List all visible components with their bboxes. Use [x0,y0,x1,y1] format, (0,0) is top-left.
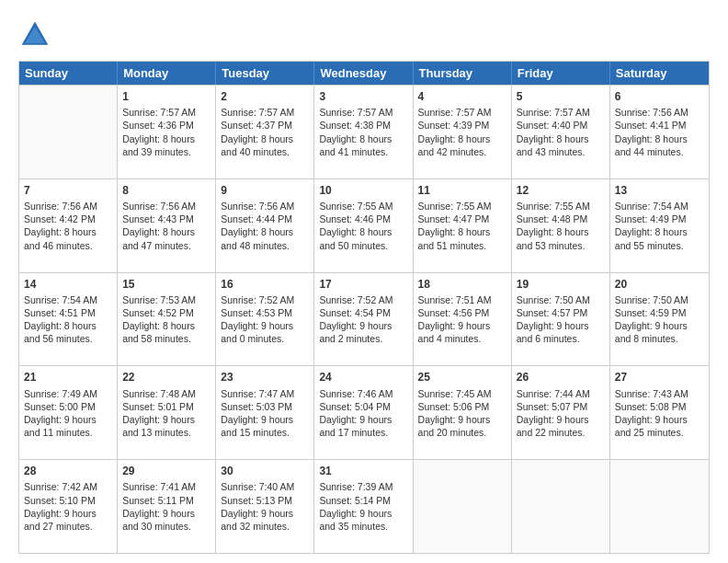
sunrise-text: Sunrise: 7:50 AM [615,294,688,305]
daylight-text: Daylight: 9 hours and 6 minutes. [517,320,589,344]
sunrise-text: Sunrise: 7:46 AM [319,388,392,399]
day-number: 6 [615,89,704,104]
day-number: 2 [221,89,309,104]
day-number: 1 [122,89,210,104]
day-cell-11: 11Sunrise: 7:55 AMSunset: 4:47 PMDayligh… [414,179,512,272]
sunset-text: Sunset: 4:48 PM [517,213,588,224]
logo [18,18,57,52]
header-day-tuesday: Tuesday [216,62,314,85]
daylight-text: Daylight: 9 hours and 35 minutes. [319,508,392,532]
sunrise-text: Sunrise: 7:57 AM [418,107,492,118]
sunrise-text: Sunrise: 7:48 AM [122,388,196,399]
daylight-text: Daylight: 8 hours and 53 minutes. [517,226,589,250]
week-row-5: 28Sunrise: 7:42 AMSunset: 5:10 PMDayligh… [19,459,709,553]
sunset-text: Sunset: 4:36 PM [122,120,194,131]
header-day-monday: Monday [118,62,216,85]
sunset-text: Sunset: 4:44 PM [221,213,292,224]
sunrise-text: Sunrise: 7:43 AM [615,388,688,399]
daylight-text: Daylight: 9 hours and 2 minutes. [319,320,392,344]
day-number: 13 [615,183,704,198]
sunrise-text: Sunrise: 7:52 AM [221,294,294,305]
day-cell-1: 1Sunrise: 7:57 AMSunset: 4:36 PMDaylight… [118,86,216,178]
daylight-text: Daylight: 8 hours and 51 minutes. [418,226,491,250]
day-number: 29 [122,464,210,478]
sunrise-text: Sunrise: 7:51 AM [418,294,492,305]
sunrise-text: Sunrise: 7:54 AM [615,201,688,212]
daylight-text: Daylight: 9 hours and 11 minutes. [24,414,97,438]
daylight-text: Daylight: 9 hours and 13 minutes. [122,414,195,438]
day-cell-22: 22Sunrise: 7:48 AMSunset: 5:01 PMDayligh… [118,366,216,459]
daylight-text: Daylight: 9 hours and 27 minutes. [24,508,97,532]
sunrise-text: Sunrise: 7:52 AM [319,294,392,305]
sunrise-text: Sunrise: 7:47 AM [221,388,294,399]
daylight-text: Daylight: 8 hours and 48 minutes. [221,226,293,250]
day-cell-17: 17Sunrise: 7:52 AMSunset: 4:54 PMDayligh… [314,273,413,366]
day-number: 5 [517,89,605,104]
daylight-text: Daylight: 8 hours and 47 minutes. [122,226,195,250]
sunset-text: Sunset: 4:51 PM [24,307,96,318]
sunset-text: Sunset: 4:56 PM [418,307,490,318]
day-cell-13: 13Sunrise: 7:54 AMSunset: 4:49 PMDayligh… [610,179,709,272]
day-number: 30 [221,464,309,478]
header [18,18,710,52]
header-day-friday: Friday [512,62,610,85]
day-number: 19 [517,277,605,292]
day-number: 12 [517,183,605,198]
week-row-3: 14Sunrise: 7:54 AMSunset: 4:51 PMDayligh… [19,272,709,366]
day-number: 23 [221,370,309,385]
daylight-text: Daylight: 9 hours and 32 minutes. [221,508,293,532]
sunset-text: Sunset: 4:40 PM [517,120,588,131]
day-number: 25 [418,370,506,385]
sunset-text: Sunset: 4:41 PM [615,120,687,131]
day-number: 22 [122,370,210,385]
day-number: 26 [517,370,605,385]
day-cell-10: 10Sunrise: 7:55 AMSunset: 4:46 PMDayligh… [314,179,413,272]
daylight-text: Daylight: 8 hours and 56 minutes. [24,320,97,344]
day-cell-18: 18Sunrise: 7:51 AMSunset: 4:56 PMDayligh… [414,273,512,366]
sunset-text: Sunset: 4:43 PM [122,213,194,224]
header-day-saturday: Saturday [610,62,709,85]
daylight-text: Daylight: 8 hours and 42 minutes. [418,133,491,157]
day-number: 18 [418,277,506,292]
day-number: 20 [615,277,704,292]
day-number: 4 [418,89,506,104]
daylight-text: Daylight: 8 hours and 58 minutes. [122,320,195,344]
sunset-text: Sunset: 4:49 PM [615,213,687,224]
sunrise-text: Sunrise: 7:56 AM [24,201,97,212]
day-cell-16: 16Sunrise: 7:52 AMSunset: 4:53 PMDayligh… [216,273,314,366]
sunrise-text: Sunrise: 7:56 AM [615,107,688,118]
sunrise-text: Sunrise: 7:44 AM [517,388,590,399]
day-cell-6: 6Sunrise: 7:56 AMSunset: 4:41 PMDaylight… [610,86,709,178]
sunset-text: Sunset: 5:03 PM [221,401,292,412]
daylight-text: Daylight: 8 hours and 55 minutes. [615,226,688,250]
sunset-text: Sunset: 5:08 PM [615,401,687,412]
day-number: 9 [221,183,309,198]
daylight-text: Daylight: 8 hours and 39 minutes. [122,133,195,157]
header-day-thursday: Thursday [414,62,512,85]
calendar: SundayMondayTuesdayWednesdayThursdayFrid… [18,61,710,554]
sunset-text: Sunset: 5:14 PM [319,495,391,506]
sunrise-text: Sunrise: 7:45 AM [418,388,492,399]
sunset-text: Sunset: 5:10 PM [24,495,96,506]
day-number: 21 [24,370,112,385]
day-cell-5: 5Sunrise: 7:57 AMSunset: 4:40 PMDaylight… [512,86,610,178]
sunset-text: Sunset: 4:42 PM [24,213,96,224]
calendar-body: 1Sunrise: 7:57 AMSunset: 4:36 PMDaylight… [19,85,709,553]
sunrise-text: Sunrise: 7:49 AM [24,388,97,399]
header-day-sunday: Sunday [19,62,118,85]
week-row-4: 21Sunrise: 7:49 AMSunset: 5:00 PMDayligh… [19,365,709,459]
week-row-2: 7Sunrise: 7:56 AMSunset: 4:42 PMDaylight… [19,178,709,272]
day-number: 17 [319,277,407,292]
day-number: 11 [418,183,506,198]
sunrise-text: Sunrise: 7:40 AM [221,481,294,492]
sunrise-text: Sunrise: 7:55 AM [319,201,392,212]
day-number: 14 [24,277,112,292]
sunrise-text: Sunrise: 7:54 AM [24,294,97,305]
day-cell-28: 28Sunrise: 7:42 AMSunset: 5:10 PMDayligh… [19,460,118,553]
day-cell-7: 7Sunrise: 7:56 AMSunset: 4:42 PMDaylight… [19,179,118,272]
sunset-text: Sunset: 5:07 PM [517,401,588,412]
sunrise-text: Sunrise: 7:57 AM [221,107,294,118]
daylight-text: Daylight: 8 hours and 46 minutes. [24,226,97,250]
sunset-text: Sunset: 5:01 PM [122,401,194,412]
day-number: 24 [319,370,407,385]
